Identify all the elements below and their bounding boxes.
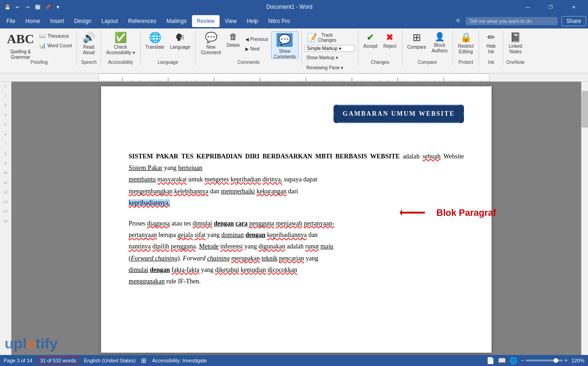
view-normal-icon[interactable]: 📄 <box>486 357 494 364</box>
check-accessibility-button[interactable]: ✅ CheckAccessibility ▾ <box>104 31 137 59</box>
show-markup-button[interactable]: Show Markup ▾ <box>305 53 340 62</box>
menu-help[interactable]: Help <box>242 15 263 27</box>
menu-design[interactable]: Design <box>69 15 96 27</box>
translate-button[interactable]: 🌐 Translate <box>143 31 167 59</box>
view-web-icon[interactable]: 🌐 <box>509 357 517 364</box>
word-count-button[interactable]: 📊 Word Count <box>37 41 74 50</box>
view-read-icon[interactable]: 📖 <box>498 357 506 364</box>
menu-references[interactable]: References <box>124 15 161 27</box>
linked-notes-button[interactable]: 📓 LinkedNotes <box>506 31 525 59</box>
speech-group-label: Speech <box>81 59 96 66</box>
zoom-percent[interactable]: 120% <box>571 358 584 363</box>
share-button[interactable]: Share <box>561 16 586 26</box>
restrict-editing-icon: 🔒 <box>460 33 472 42</box>
accept-button[interactable]: ✔ Accept <box>361 31 380 59</box>
p2-diagnosa: diagnosa <box>147 220 170 227</box>
minimize-button[interactable]: — <box>517 0 538 14</box>
thesaurus-button[interactable]: 📖 Thesaurus <box>37 31 74 40</box>
zoom-slider[interactable] <box>526 360 563 361</box>
paragraph-1[interactable]: SISTEM PAKAR TES KEPRIBADIAN DIRI BERDAS… <box>129 151 464 208</box>
restore-button[interactable]: ❐ <box>540 0 561 14</box>
title-section: GAMBARAN UMUM WEBSITE <box>129 105 464 137</box>
track-changes-button[interactable]: 📝 TrackChanges <box>305 31 339 44</box>
paragraph-2[interactable]: Proses diagnosa atau tes dimulai dengan … <box>129 218 464 287</box>
uplotify-l: l <box>23 335 27 352</box>
more-icon[interactable]: ▼ <box>54 3 62 11</box>
p2-dicocokkan: dicocokkan <box>268 266 298 273</box>
read-aloud-icon: 🔊 <box>83 33 95 43</box>
next-comment-button[interactable]: ▶ Next <box>243 44 270 53</box>
language-label: Language <box>170 45 191 50</box>
block-authors-button[interactable]: 👤 BlockAuthors <box>430 31 450 59</box>
search-bar: 🔍 Share <box>456 16 586 26</box>
word-count-status[interactable]: 31 of 532 words <box>38 357 78 364</box>
document-page[interactable]: GAMBARAN UMUM WEBSITE SISTEM PAKAR TES K… <box>101 86 492 353</box>
save-icon[interactable]: 💾 <box>4 3 11 11</box>
zoom-out-icon[interactable]: − <box>521 357 524 364</box>
reject-icon: ✖ <box>386 33 394 42</box>
reviewing-pane-label: Reviewing Pane ▾ <box>306 65 343 70</box>
menu-file[interactable]: File <box>2 15 20 27</box>
simple-markup-label: Simple Markup <box>307 46 338 51</box>
right-sidebar[interactable] <box>581 82 588 355</box>
menu-insert[interactable]: Insert <box>45 15 68 27</box>
status-right: 📄 📖 🌐 − + 120% <box>486 357 584 364</box>
spelling-grammar-button[interactable]: ABC Spelling &Grammar <box>5 31 36 59</box>
title-bar-left: 💾 ↩ ↪ 🔄 📌 ▼ <box>4 3 62 11</box>
p2-inferensi: inferensi <box>220 243 243 250</box>
protect-group-label: Protect <box>458 59 473 66</box>
p1-masyarakat: masyarakat <box>158 176 187 183</box>
previous-label: Previous <box>250 37 268 42</box>
autosave-icon[interactable]: 🔄 <box>34 3 41 11</box>
p1-sebuah: sebuah <box>423 153 441 160</box>
arrow-svg <box>400 206 436 220</box>
zoom-in-icon[interactable]: + <box>565 357 568 364</box>
comments-group-label: Comments <box>237 59 260 66</box>
reject-button[interactable]: ✖ Reject <box>381 31 399 59</box>
p2-maju: maju <box>321 243 334 250</box>
hide-ink-label: HideInk <box>486 44 496 55</box>
pin-icon[interactable]: 📌 <box>44 3 51 11</box>
restrict-editing-button[interactable]: 🔒 RestrictEditing <box>456 31 476 59</box>
show-comments-button[interactable]: 💬 ShowComments <box>271 31 299 59</box>
close-button[interactable]: ✕ <box>563 0 584 14</box>
menu-mailings[interactable]: Mailings <box>162 15 191 27</box>
read-aloud-button[interactable]: 🔊 ReadAloud <box>79 31 98 59</box>
p1-kekurangan: kekurangan <box>256 188 286 195</box>
language-status[interactable]: English (United States) <box>84 358 136 363</box>
compare-button[interactable]: ⊞ Compare <box>405 31 429 59</box>
p2-menggunakan: menggunakan <box>129 278 165 285</box>
accept-label: Accept <box>363 44 378 49</box>
previous-comment-button[interactable]: ◀ Previous <box>243 34 270 44</box>
redo-icon[interactable]: ↪ <box>24 3 31 11</box>
undo-icon[interactable]: ↩ <box>14 3 21 11</box>
language-items: 🌐 Translate 🗣 Language <box>143 30 193 59</box>
search-input[interactable] <box>466 17 558 25</box>
simple-markup-dropdown[interactable]: Simple Markup ▾ <box>305 45 355 52</box>
hide-ink-button[interactable]: ✏ HideInk <box>482 31 500 59</box>
accessibility-status[interactable]: Accessibility: Investigate <box>152 358 207 363</box>
dropdown-arrow: ▾ <box>339 46 341 51</box>
menu-home[interactable]: Home <box>21 15 45 27</box>
prev-next-stack: ◀ Previous ▶ Next <box>243 31 270 56</box>
menu-layout[interactable]: Layout <box>97 15 123 27</box>
uplotify-p: p <box>14 335 23 352</box>
show-comments-label: ShowComments <box>274 49 296 60</box>
proofing-items: ABC Spelling &Grammar 📖 Thesaurus 📊 Word… <box>5 30 74 59</box>
proofing-stack: 📖 Thesaurus 📊 Word Count <box>37 31 74 59</box>
p2-runut: runut <box>305 243 319 250</box>
document-title: Document1 - Word <box>266 4 312 10</box>
reviewing-pane-button[interactable]: Reviewing Pane ▾ <box>305 63 345 72</box>
menu-nitro[interactable]: Nitro Pro <box>264 15 294 27</box>
menu-view[interactable]: View <box>220 15 242 27</box>
menu-review[interactable]: Review <box>192 15 219 27</box>
ribbon-group-ink: ✏ HideInk Ink <box>479 30 503 65</box>
delete-comment-button[interactable]: 🗑 Delete <box>224 31 243 59</box>
accept-icon: ✔ <box>367 33 374 42</box>
scroll-thumb[interactable] <box>582 91 588 128</box>
new-comment-button[interactable]: 💬 NewComment <box>198 31 223 59</box>
tracking-items: 📝 TrackChanges Simple Markup ▾ Show Mark… <box>305 30 355 72</box>
translate-icon: 🌐 <box>149 33 161 43</box>
language-button[interactable]: 🗣 Language <box>168 31 193 59</box>
ribbon-group-language: 🌐 Translate 🗣 Language Language <box>141 30 196 65</box>
